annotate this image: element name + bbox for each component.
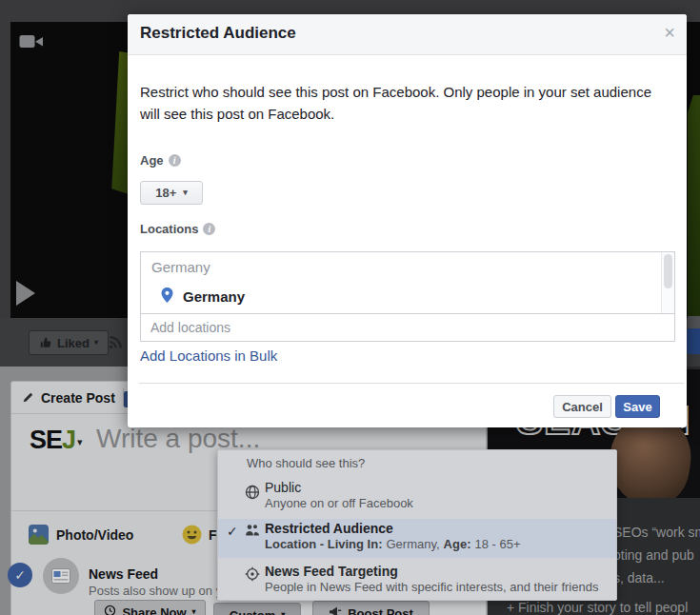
people-icon <box>245 523 260 541</box>
video-content-green-shape-right <box>688 95 700 316</box>
target-icon <box>245 566 260 585</box>
news-feed-title: News Feed <box>89 566 158 582</box>
age-label: Age: <box>444 537 471 551</box>
share-now-label: Share Now <box>122 605 186 615</box>
feeling-emoji-icon <box>182 525 202 548</box>
add-locations-in-bulk-link[interactable]: Add Locations in Bulk <box>140 347 277 364</box>
location-query-text: Germany <box>151 259 210 275</box>
menu-option-news-feed-targeting[interactable]: News Feed Targeting <box>265 564 398 579</box>
modal-header: Restricted Audience × <box>128 14 687 55</box>
chevron-down-icon: ▾ <box>94 339 98 347</box>
post-text-fragment: s, data... <box>613 570 665 585</box>
location-living-in-label: Location - Living In: <box>265 537 383 551</box>
selected-check-icon: ✓ <box>227 524 238 539</box>
post-text-fragment: oting and pub <box>613 547 694 563</box>
age-label: Age <box>140 153 164 168</box>
cancel-button[interactable]: Cancel <box>553 395 611 418</box>
menu-option-nft-subtitle: People in News Feed with specific intere… <box>265 580 598 594</box>
news-feed-subtitle: Posts also show up on y <box>89 584 222 598</box>
video-camera-icon <box>19 33 44 54</box>
footer-divider <box>139 383 684 384</box>
locations-label-row: Locations i <box>140 222 215 236</box>
age-label-row: Age i <box>140 153 181 168</box>
age-dropdown[interactable]: 18+ ▾ <box>140 181 203 205</box>
locations-typeahead[interactable]: Germany Germany <box>140 251 675 314</box>
tab-create-post[interactable]: Create Post <box>41 390 115 406</box>
audience-menu: Who should see this? Public Anyone on or… <box>217 449 617 601</box>
close-icon[interactable]: × <box>664 22 675 44</box>
info-icon[interactable]: i <box>203 223 215 235</box>
locations-label: Locations <box>140 222 198 236</box>
photo-video-button[interactable]: Photo/Video <box>56 527 133 543</box>
info-icon[interactable]: i <box>169 154 181 167</box>
save-button[interactable]: Save <box>615 395 660 418</box>
globe-icon <box>245 485 260 504</box>
custom-label: Custom <box>230 608 275 615</box>
logo-j: J <box>62 426 75 454</box>
liked-button[interactable]: Liked ▾ <box>29 330 109 355</box>
boost-post-label: Boost Post <box>348 606 413 615</box>
post-text-fragment: SEOs “work sm <box>613 525 700 540</box>
pencil-icon <box>22 390 34 407</box>
boost-post-button[interactable]: Boost Post <box>312 601 430 615</box>
map-pin-icon <box>161 288 173 307</box>
check-glyph: ✓ <box>14 567 26 583</box>
news-feed-check-icon: ✓ <box>8 563 32 587</box>
modal-title: Restricted Audience <box>140 24 296 43</box>
menu-option-public[interactable]: Public <box>265 480 301 495</box>
location-suggestion-row[interactable]: Germany <box>141 281 661 312</box>
location-value: Germany, <box>387 537 440 551</box>
scrollbar[interactable] <box>661 252 674 313</box>
message-button-fragment[interactable] <box>687 328 700 354</box>
liked-label: Liked <box>57 336 90 350</box>
restricted-audience-modal: Restricted Audience × Restrict who shoul… <box>128 14 687 427</box>
custom-audience-button[interactable]: Custom ▾ <box>213 603 301 615</box>
menu-option-restricted-audience[interactable]: Restricted Audience <box>265 521 393 536</box>
facebook-theater-view: Liked ▾ Create Post SEJ ▾ Write a post..… <box>0 0 700 615</box>
follow-rss-icon[interactable] <box>107 332 125 354</box>
megaphone-icon <box>329 605 342 615</box>
logo-se: SE <box>30 426 62 454</box>
share-now-button[interactable]: Share Now ▾ <box>94 600 206 615</box>
thumbs-up-icon <box>39 335 52 351</box>
menu-option-public-subtitle: Anyone on or off Facebook <box>265 496 413 510</box>
chevron-down-icon: ▾ <box>183 188 188 197</box>
photo-video-icon <box>29 525 49 548</box>
chrome-fragment <box>688 316 700 328</box>
clock-icon <box>104 605 116 615</box>
news-feed-avatar-icon <box>43 558 79 594</box>
scrollbar-thumb[interactable] <box>664 254 672 288</box>
play-icon[interactable] <box>16 281 35 306</box>
audience-menu-header: Who should see this? <box>247 456 365 470</box>
page-logo[interactable]: SEJ <box>30 426 75 455</box>
menu-option-restricted-subtitle: Location - Living In:Germany,Age:18 - 65… <box>265 537 525 551</box>
page-switcher-caret-icon[interactable]: ▾ <box>77 437 83 447</box>
chevron-down-icon: ▾ <box>192 608 196 615</box>
age-range-value: 18 - 65+ <box>475 537 521 551</box>
add-locations-input[interactable] <box>140 313 675 342</box>
age-value: 18+ <box>155 186 176 200</box>
location-suggestion-name: Germany <box>183 288 245 305</box>
chevron-down-icon: ▾ <box>281 611 285 615</box>
modal-description: Restrict who should see this post on Fac… <box>140 81 662 125</box>
post-text-fragment: + Finish your story to tell peopl <box>507 600 688 615</box>
